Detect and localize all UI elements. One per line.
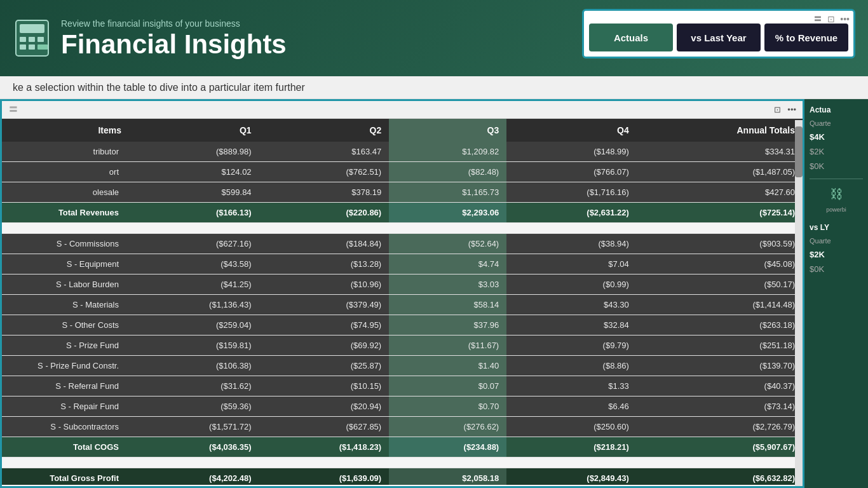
cell-annual: ($1,487.05) — [637, 162, 803, 182]
col-items: Items — [2, 119, 129, 142]
table-row[interactable]: S - Subcontractors ($1,571.72) ($627.85)… — [2, 417, 803, 437]
cell-q2: ($762.51) — [259, 162, 390, 182]
table-row[interactable]: S - Prize Fund ($159.81) ($69.92) ($11.6… — [2, 336, 803, 356]
subtitle-text: ke a selection within the table to dive … — [13, 82, 305, 93]
cell-q4: ($2,849.43) — [506, 468, 637, 485]
cell-q1: $599.84 — [129, 182, 259, 203]
cell-label: S - Equipment — [2, 254, 129, 274]
panel-actions: ⊡ ••• — [774, 105, 796, 114]
table-row-blank2 — [2, 458, 803, 468]
financial-table: Items Q1 Q2 Q3 Q4 Annual Totals tributor… — [2, 119, 803, 485]
cell-q3: $58.14 — [389, 295, 506, 315]
right-panel-value5: $0K — [810, 264, 863, 274]
scrollbar-track[interactable] — [795, 120, 803, 486]
cell-q2: $163.47 — [259, 142, 390, 162]
cell-q1: ($1,136.43) — [129, 295, 259, 315]
scrollbar-thumb[interactable] — [795, 126, 803, 177]
table-row[interactable]: S - Other Costs ($259.04) ($74.95) $37.9… — [2, 315, 803, 336]
cell-annual: ($139.70) — [637, 356, 803, 376]
cell-q4: ($148.99) — [506, 142, 637, 162]
main-content: 〓 ⊡ ••• Items Q1 Q2 Q3 Q4 Annual Totals — [0, 99, 868, 488]
cell-q4: ($766.07) — [506, 162, 637, 182]
drag-lines-icon: 〓 — [8, 103, 18, 116]
cell-q1: ($627.16) — [129, 234, 259, 254]
cell-q3: ($276.62) — [389, 417, 506, 437]
col-annual: Annual Totals — [637, 119, 803, 142]
cell-q3: ($234.88) — [389, 437, 506, 458]
cell-annual: ($251.18) — [637, 336, 803, 356]
cell-q2: ($10.96) — [259, 274, 390, 295]
table-row-total-cogs[interactable]: Total COGS ($4,036.35) ($1,418.23) ($234… — [2, 437, 803, 458]
cell-q4: ($0.99) — [506, 274, 637, 295]
cell-q3: ($52.64) — [389, 234, 506, 254]
cell-q1: ($31.62) — [129, 376, 259, 396]
toggle-panel: 〓 ⊡ ••• Actuals vs Last Year % to Revenu… — [582, 9, 855, 58]
cell-q4: ($38.94) — [506, 234, 637, 254]
cell-q3: ($82.48) — [389, 162, 506, 182]
cell-label: Total COGS — [2, 437, 129, 458]
actuals-button[interactable]: Actuals — [589, 24, 673, 51]
cell-q2: ($25.87) — [259, 356, 390, 376]
cell-q3: $1,165.73 — [389, 182, 506, 203]
cell-label: tributor — [2, 142, 129, 162]
cell-q3: $1,209.82 — [389, 142, 506, 162]
table-row[interactable]: S - Labor Burden ($41.25) ($10.96) $3.03… — [2, 274, 803, 295]
cell-q4: ($1,716.16) — [506, 182, 637, 203]
cell-q2: $378.19 — [259, 182, 390, 203]
cell-q1: ($159.81) — [129, 336, 259, 356]
col-q4: Q4 — [506, 119, 637, 142]
svg-rect-6 — [29, 44, 35, 50]
cell-label: S - Other Costs — [2, 315, 129, 336]
expand-icon[interactable]: ⊡ — [774, 105, 781, 114]
cell-q4: $32.84 — [506, 315, 637, 336]
vs-last-year-button[interactable]: vs Last Year — [677, 24, 761, 51]
table-row[interactable]: S - Equipment ($43.58) ($13.28) $4.74 $7… — [2, 254, 803, 274]
cell-annual: $334.31 — [637, 142, 803, 162]
cell-q1: ($59.36) — [129, 396, 259, 417]
table-row[interactable]: S - Prize Fund Constr. ($106.38) ($25.87… — [2, 356, 803, 376]
cell-annual: ($73.14) — [637, 396, 803, 417]
cell-q3: $1.40 — [389, 356, 506, 376]
cell-q1: ($889.98) — [129, 142, 259, 162]
cell-q2: ($10.15) — [259, 376, 390, 396]
table-row[interactable]: S - Commissions ($627.16) ($184.84) ($52… — [2, 234, 803, 254]
cell-q2: ($220.86) — [259, 203, 390, 223]
table-row[interactable]: ort $124.02 ($762.51) ($82.48) ($766.07)… — [2, 162, 803, 182]
header-text: Review the financial insights of your bu… — [61, 18, 287, 58]
cell-q1: ($166.13) — [129, 203, 259, 223]
table-row-blank — [2, 223, 803, 234]
table-row[interactable]: tributor ($889.98) $163.47 $1,209.82 ($1… — [2, 142, 803, 162]
right-panel-actuals-label: Actua — [810, 105, 863, 114]
cell-annual: ($40.37) — [637, 376, 803, 396]
cell-annual: ($45.08) — [637, 254, 803, 274]
calculator-icon — [13, 19, 51, 57]
cell-q4: ($218.21) — [506, 437, 637, 458]
cell-q2: ($74.95) — [259, 315, 390, 336]
cell-q3: ($11.67) — [389, 336, 506, 356]
more-options-icon[interactable]: ••• — [787, 105, 796, 114]
cell-q3: $0.70 — [389, 396, 506, 417]
header-subtitle: Review the financial insights of your bu… — [61, 18, 287, 29]
cell-q3: $4.74 — [389, 254, 506, 274]
dna-icon: ⛓ — [810, 187, 863, 201]
cell-q2: ($1,639.09) — [259, 468, 390, 485]
cell-q1: ($4,202.48) — [129, 468, 259, 485]
table-row[interactable]: S - Materials ($1,136.43) ($379.49) $58.… — [2, 295, 803, 315]
col-q2: Q2 — [259, 119, 390, 142]
table-row[interactable]: olesale $599.84 $378.19 $1,165.73 ($1,71… — [2, 182, 803, 203]
cell-q1: ($259.04) — [129, 315, 259, 336]
svg-rect-7 — [37, 44, 48, 50]
cell-q4: ($250.60) — [506, 417, 637, 437]
cell-q2: ($69.92) — [259, 336, 390, 356]
cell-q4: $43.30 — [506, 295, 637, 315]
cell-label: Total Revenues — [2, 203, 129, 223]
page-header: Review the financial insights of your bu… — [0, 0, 868, 76]
table-row-gross-profit[interactable]: Total Gross Profit ($4,202.48) ($1,639.0… — [2, 468, 803, 485]
table-scroll-area[interactable]: Items Q1 Q2 Q3 Q4 Annual Totals tributor… — [2, 119, 803, 485]
table-row[interactable]: S - Referral Fund ($31.62) ($10.15) $0.0… — [2, 376, 803, 396]
cell-q3: $3.03 — [389, 274, 506, 295]
table-row-total-revenues[interactable]: Total Revenues ($166.13) ($220.86) $2,29… — [2, 203, 803, 223]
pct-to-revenue-button[interactable]: % to Revenue — [764, 24, 848, 51]
table-row[interactable]: S - Repair Fund ($59.36) ($20.94) $0.70 … — [2, 396, 803, 417]
cell-label: S - Commissions — [2, 234, 129, 254]
